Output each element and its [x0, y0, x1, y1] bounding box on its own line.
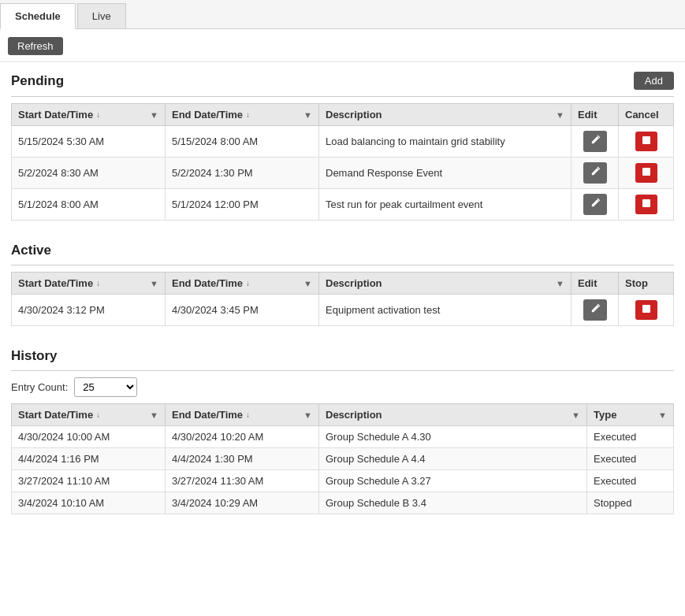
cancel-button[interactable] — [635, 132, 657, 151]
history-section: History Entry Count: 102550100 Start Dat… — [0, 339, 685, 527]
toolbar: Refresh — [0, 29, 685, 62]
sort-icon: ↓ — [96, 110, 100, 119]
active-stop-cell — [619, 295, 674, 326]
pending-end-cell: 5/2/2024 1:30 PM — [166, 158, 319, 189]
pending-divider — [11, 96, 674, 97]
filter-icon[interactable]: ▼ — [150, 110, 158, 120]
pending-start-cell: 5/15/2024 5:30 AM — [12, 126, 166, 158]
pending-edit-cell — [571, 189, 619, 221]
pending-col-desc: Description ▼ — [319, 104, 571, 126]
history-type-cell: Stopped — [587, 492, 674, 514]
cancel-button[interactable] — [635, 195, 657, 214]
pending-header: Pending Add — [11, 72, 674, 90]
active-section: Active Start Date/Time ↓ ▼ End Date/Time… — [0, 233, 685, 339]
active-col-start: Start Date/Time ↓ ▼ — [12, 273, 166, 295]
filter-icon[interactable]: ▼ — [658, 410, 667, 420]
edit-button[interactable] — [583, 299, 607, 321]
active-start-cell: 4/30/2024 3:12 PM — [12, 295, 166, 326]
filter-icon[interactable]: ▼ — [150, 410, 158, 420]
table-row: 5/2/2024 8:30 AM 5/2/2024 1:30 PM Demand… — [12, 158, 674, 189]
add-button[interactable]: Add — [634, 72, 674, 90]
svg-rect-1 — [642, 168, 650, 176]
stop-button[interactable] — [635, 300, 657, 320]
table-row: 4/4/2024 1:16 PM 4/4/2024 1:30 PM Group … — [12, 448, 674, 470]
filter-icon[interactable]: ▼ — [150, 279, 158, 288]
history-desc-cell: Group Schedule A 4.30 — [319, 426, 587, 448]
table-row: 3/4/2024 10:10 AM 3/4/2024 10:29 AM Grou… — [12, 492, 674, 514]
history-start-cell: 3/27/2024 11:10 AM — [12, 470, 166, 492]
sort-icon: ↓ — [246, 279, 250, 288]
pending-desc-cell: Test run for peak curtailment event — [319, 189, 571, 221]
svg-rect-2 — [642, 199, 650, 207]
tab-schedule[interactable]: Schedule — [0, 3, 76, 29]
active-col-edit: Edit — [571, 273, 619, 295]
active-col-desc: Description ▼ — [319, 273, 571, 295]
active-table: Start Date/Time ↓ ▼ End Date/Time ↓ ▼ De… — [11, 272, 674, 326]
history-col-end: End Date/Time ↓ ▼ — [166, 404, 319, 426]
refresh-button[interactable]: Refresh — [8, 37, 63, 55]
pending-col-cancel: Cancel — [619, 104, 674, 126]
pending-col-edit: Edit — [571, 104, 619, 126]
table-row: 4/30/2024 3:12 PM 4/30/2024 3:45 PM Equi… — [12, 295, 674, 326]
history-table: Start Date/Time ↓ ▼ End Date/Time ↓ ▼ De… — [11, 403, 674, 514]
filter-icon[interactable]: ▼ — [556, 110, 564, 120]
filter-icon[interactable]: ▼ — [556, 279, 564, 288]
history-end-cell: 4/30/2024 10:20 AM — [166, 426, 319, 448]
svg-rect-0 — [642, 136, 650, 144]
svg-rect-3 — [642, 305, 650, 313]
sort-icon: ↓ — [96, 410, 100, 419]
tab-bar: Schedule Live — [0, 0, 685, 29]
active-divider — [11, 265, 674, 265]
edit-button[interactable] — [583, 131, 607, 152]
history-title: History — [11, 348, 58, 364]
active-header: Active — [11, 243, 674, 258]
pending-section: Pending Add Start Date/Time ↓ ▼ End Date… — [0, 62, 685, 233]
history-header: History — [11, 348, 674, 364]
pending-desc-cell: Demand Response Event — [319, 158, 571, 189]
history-type-cell: Executed — [587, 470, 674, 492]
filter-icon[interactable]: ▼ — [303, 410, 312, 420]
filter-icon[interactable]: ▼ — [571, 410, 580, 420]
table-row: 4/30/2024 10:00 AM 4/30/2024 10:20 AM Gr… — [12, 426, 674, 448]
edit-button[interactable] — [583, 162, 607, 184]
pending-title: Pending — [11, 73, 64, 89]
filter-icon[interactable]: ▼ — [303, 279, 312, 288]
tab-live[interactable]: Live — [77, 3, 126, 28]
filter-icon[interactable]: ▼ — [303, 110, 312, 120]
pending-col-end: End Date/Time ↓ ▼ — [166, 104, 319, 126]
pending-cancel-cell — [619, 126, 674, 158]
edit-button[interactable] — [583, 194, 607, 215]
active-edit-cell — [571, 295, 619, 326]
sort-icon: ↓ — [246, 410, 250, 419]
pending-table: Start Date/Time ↓ ▼ End Date/Time ↓ ▼ De… — [11, 103, 674, 221]
history-desc-cell: Group Schedule A 4.4 — [319, 448, 587, 470]
sort-icon: ↓ — [96, 279, 100, 288]
entry-count-label: Entry Count: — [11, 381, 68, 393]
entry-count-select[interactable]: 102550100 — [74, 377, 137, 397]
history-desc-cell: Group Schedule A 3.27 — [319, 470, 587, 492]
active-col-stop: Stop — [619, 273, 674, 295]
pending-cancel-cell — [619, 189, 674, 221]
history-col-start: Start Date/Time ↓ ▼ — [12, 404, 166, 426]
pending-desc-cell: Load balancing to maintain grid stabilit… — [319, 126, 571, 158]
history-end-cell: 3/4/2024 10:29 AM — [166, 492, 319, 514]
history-type-cell: Executed — [587, 448, 674, 470]
table-row: 5/1/2024 8:00 AM 5/1/2024 12:00 PM Test … — [12, 189, 674, 221]
history-end-cell: 4/4/2024 1:30 PM — [166, 448, 319, 470]
history-divider — [11, 370, 674, 371]
pending-start-cell: 5/1/2024 8:00 AM — [12, 189, 166, 221]
history-col-desc: Description ▼ — [319, 404, 587, 426]
cancel-button[interactable] — [635, 163, 657, 183]
history-end-cell: 3/27/2024 11:30 AM — [166, 470, 319, 492]
pending-edit-cell — [571, 158, 619, 189]
active-end-cell: 4/30/2024 3:45 PM — [166, 295, 319, 326]
pending-col-start: Start Date/Time ↓ ▼ — [12, 104, 166, 126]
table-row: 5/15/2024 5:30 AM 5/15/2024 8:00 AM Load… — [12, 126, 674, 158]
pending-end-cell: 5/15/2024 8:00 AM — [166, 126, 319, 158]
pending-edit-cell — [571, 126, 619, 158]
history-start-cell: 3/4/2024 10:10 AM — [12, 492, 166, 514]
history-start-cell: 4/30/2024 10:00 AM — [12, 426, 166, 448]
pending-end-cell: 5/1/2024 12:00 PM — [166, 189, 319, 221]
history-desc-cell: Group Schedule B 3.4 — [319, 492, 587, 514]
active-col-end: End Date/Time ↓ ▼ — [166, 273, 319, 295]
